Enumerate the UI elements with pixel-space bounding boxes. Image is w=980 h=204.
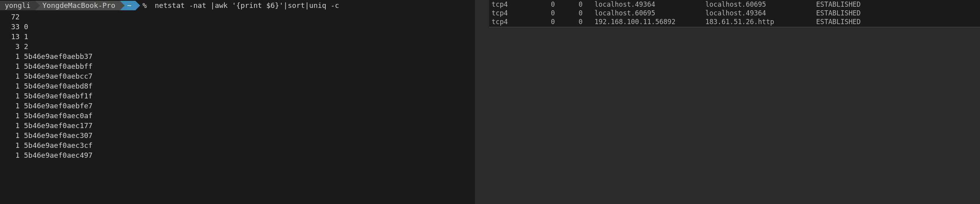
output-line: 1 5b46e9aef0aebf1f: [11, 91, 475, 101]
terminal-output: 72 33 0 13 1 3 2 1 5b46e9aef0aebb37 1 5b…: [0, 10, 475, 160]
proto-cell: tcp4: [492, 0, 531, 9]
output-line: 1 5b46e9aef0aebd8f: [11, 81, 475, 91]
terminal-prompt: yongli YongdeMacBook-Pro ~ % netstat -na…: [0, 1, 475, 10]
local-addr-cell: 192.168.100.11.56892: [594, 17, 705, 26]
output-line: 1 5b46e9aef0aec177: [11, 121, 475, 130]
output-line: 1 5b46e9aef0aebfe7: [11, 101, 475, 111]
foreign-addr-cell: localhost.49364: [705, 9, 816, 17]
local-addr-cell: localhost.60695: [594, 9, 705, 17]
proto-cell: tcp4: [492, 17, 531, 26]
output-line: 3 2: [11, 42, 475, 51]
proto-cell: tcp4: [492, 9, 531, 17]
output-line: 1 5b46e9aef0aebcc7: [11, 71, 475, 81]
output-line: 1 5b46e9aef0aec307: [11, 130, 475, 140]
recvq-cell: 0: [531, 0, 567, 9]
terminal-window[interactable]: yongli YongdeMacBook-Pro ~ % netstat -na…: [0, 0, 475, 204]
output-line: 1 5b46e9aef0aebb37: [11, 51, 475, 61]
local-addr-cell: localhost.49364: [594, 0, 705, 9]
prompt-host: YongdeMacBook-Pro: [35, 1, 120, 10]
netstat-output-table: tcp4 0 0 localhost.49364 localhost.60695…: [489, 0, 980, 27]
output-line: 13 1: [11, 32, 475, 42]
output-line: 72: [11, 12, 475, 22]
output-line: 1 5b46e9aef0aebbff: [11, 61, 475, 71]
sendq-cell: 0: [567, 17, 594, 26]
table-row: tcp4 0 0 localhost.60695 localhost.49364…: [489, 9, 980, 17]
state-cell: ESTABLISHED: [816, 17, 980, 26]
state-cell: ESTABLISHED: [816, 0, 980, 9]
sendq-cell: 0: [567, 0, 594, 9]
output-line: 33 0: [11, 22, 475, 32]
prompt-user: yongli: [0, 1, 35, 10]
foreign-addr-cell: localhost.60695: [705, 0, 816, 9]
state-cell: ESTABLISHED: [816, 9, 980, 17]
output-line: 1 5b46e9aef0aec497: [11, 150, 475, 160]
table-row: tcp4 0 0 localhost.49364 localhost.60695…: [489, 0, 980, 9]
output-line: 1 5b46e9aef0aec3cf: [11, 140, 475, 150]
output-line: 1 5b46e9aef0aec0af: [11, 111, 475, 121]
recvq-cell: 0: [531, 17, 567, 26]
terminal-command: netstat -nat |awk '{print $6}'|sort|uniq…: [155, 0, 339, 10]
foreign-addr-cell: 183.61.51.26.http: [705, 17, 816, 26]
sendq-cell: 0: [567, 9, 594, 17]
table-row: tcp4 0 0 192.168.100.11.56892 183.61.51.…: [489, 17, 980, 26]
recvq-cell: 0: [531, 9, 567, 17]
